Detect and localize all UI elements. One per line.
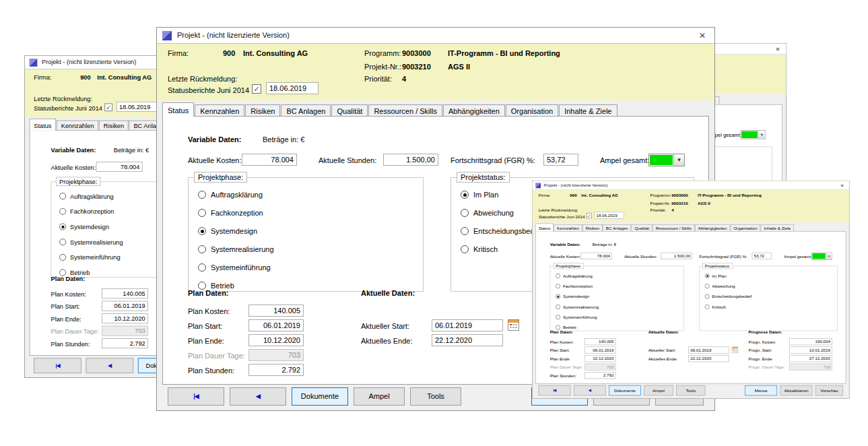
radio-auftragsklaerung[interactable]: Auftragsklärung bbox=[59, 192, 114, 200]
tab-risiken[interactable]: Risiken bbox=[99, 121, 129, 131]
radio-icon bbox=[556, 284, 560, 288]
nav-previous-button[interactable]: ◀ bbox=[230, 387, 286, 406]
aktueller-start-input[interactable]: 06.01.2019 bbox=[688, 347, 729, 354]
radio-abweichung[interactable]: Abweichung bbox=[705, 284, 735, 289]
statusberichte-checkbox[interactable]: ✓ bbox=[587, 213, 592, 218]
ampel-gesamt-select[interactable]: ▾ bbox=[811, 253, 832, 260]
radio-im-plan[interactable]: Im Plan bbox=[461, 190, 498, 199]
close-icon[interactable]: ✕ bbox=[839, 182, 846, 189]
aktuelle-stunden-input[interactable]: 1.500,00 bbox=[383, 154, 438, 166]
calendar-icon[interactable] bbox=[731, 347, 738, 354]
radio-systemdesign[interactable]: Systemdesign bbox=[59, 223, 109, 231]
statusberichte-checkbox[interactable]: ✓ bbox=[252, 84, 261, 94]
calendar-icon[interactable] bbox=[508, 319, 519, 331]
tab-organisation[interactable]: Organisation bbox=[506, 104, 558, 117]
fortschrittsgrad-input[interactable]: 53,72 bbox=[752, 253, 772, 259]
tab-inhalte-ziele[interactable]: Inhalte & Ziele bbox=[559, 104, 617, 117]
tab-qualitaet[interactable]: Qualität bbox=[331, 104, 368, 117]
aktueller-start-input[interactable]: 06.01.2019 bbox=[432, 319, 503, 331]
tools-button[interactable]: Tools bbox=[676, 385, 705, 395]
tab-kennzahlen[interactable]: Kennzahlen bbox=[57, 121, 98, 131]
radio-systemeinfuehrung[interactable]: Systemeinführung bbox=[59, 253, 120, 261]
radio-kritisch[interactable]: Kritisch bbox=[461, 245, 498, 254]
chevron-down-icon[interactable]: ▾ bbox=[826, 253, 832, 259]
radio-im-plan[interactable]: Im Plan bbox=[705, 273, 727, 278]
tab-bc-anlagen[interactable]: BC Anlagen bbox=[281, 104, 331, 117]
aktualisieren-button[interactable]: Aktualisieren bbox=[780, 385, 813, 395]
radio-abweichung[interactable]: Abweichung bbox=[461, 208, 514, 218]
nav-first-button[interactable]: |◀ bbox=[34, 358, 81, 373]
progn-kosten-input[interactable]: 190.004 bbox=[789, 338, 832, 345]
nav-previous-button[interactable]: ◀ bbox=[574, 385, 606, 395]
tab-abhaengigkeiten[interactable]: Abhängigkeiten bbox=[443, 104, 505, 117]
nav-first-button[interactable]: |◀ bbox=[539, 385, 571, 395]
nav-first-button[interactable]: |◀ bbox=[168, 387, 224, 406]
radio-systemdesign[interactable]: Systemdesign bbox=[556, 294, 589, 299]
plan-start-input[interactable]: 06.01.2019 bbox=[102, 301, 148, 311]
aktuelles-ende-input[interactable]: 22.12.2020 bbox=[432, 334, 503, 346]
plan-kosten-input[interactable]: 140.005 bbox=[248, 305, 304, 317]
aktuelles-ende-input[interactable]: 22.12.2020 bbox=[688, 355, 729, 362]
tab-status[interactable]: Status bbox=[30, 119, 57, 131]
fortschrittsgrad-input[interactable]: 53,72 bbox=[543, 154, 578, 166]
plan-stunden-input[interactable]: 2.792 bbox=[102, 338, 148, 348]
tab-status[interactable]: Status bbox=[162, 102, 194, 117]
radio-systemdesign[interactable]: Systemdesign bbox=[198, 226, 257, 236]
ampel-button[interactable]: Ampel bbox=[354, 387, 405, 406]
plan-stunden-input[interactable]: 2.792 bbox=[248, 364, 304, 376]
progn-ende-input[interactable]: 27.12.2020 bbox=[789, 355, 832, 362]
radio-entscheidungsbedarf[interactable]: Entscheidungsbedarf bbox=[705, 294, 752, 299]
progn-start-input[interactable]: 10.01.2019 bbox=[789, 347, 832, 354]
radio-entscheidungsbedarf[interactable]: Entscheidungsbedarf bbox=[461, 226, 543, 236]
plan-ende-input[interactable]: 10.12.2020 bbox=[585, 355, 616, 362]
close-icon[interactable]: ✕ bbox=[774, 45, 782, 53]
vorschau-button[interactable]: Vorschau bbox=[815, 385, 843, 395]
radio-auftragsklaerung[interactable]: Auftragsklärung bbox=[198, 190, 263, 199]
dokumente-button[interactable]: Dokumente bbox=[609, 385, 641, 395]
prioritaet-value: 4 bbox=[671, 208, 673, 212]
radio-fachkonzeption[interactable]: Fachkonzeption bbox=[198, 208, 263, 218]
statusberichte-date-input[interactable]: 18.06.2019 bbox=[266, 82, 319, 94]
radio-systemrealisierung[interactable]: Systemrealisierung bbox=[59, 238, 123, 246]
plan-start-input[interactable]: 06.01.2019 bbox=[248, 319, 304, 331]
projektstatus-groupbox: Projektstatus: Im Plan Abweichung Entsch… bbox=[699, 266, 838, 331]
plan-ende-label: Plan Ende: bbox=[51, 315, 81, 323]
nav-previous-button[interactable]: ◀ bbox=[86, 358, 134, 373]
chevron-down-icon[interactable]: ▾ bbox=[673, 154, 684, 166]
plan-ende-input[interactable]: 10.12.2020 bbox=[102, 313, 148, 323]
aktuelle-kosten-input[interactable]: 78.004 bbox=[242, 154, 297, 166]
close-icon[interactable]: ✕ bbox=[696, 30, 708, 42]
window-titlebar[interactable]: Projekt - (nicht lizenzierte Version) ✕ bbox=[533, 181, 849, 191]
radio-auftragsklaerung[interactable]: Auftragsklärung bbox=[556, 273, 593, 278]
ampel-button[interactable]: Ampel bbox=[644, 385, 673, 395]
ampel-gesamt-select[interactable]: ▾ bbox=[648, 154, 685, 166]
aktuelle-kosten-input[interactable]: 78.004 bbox=[96, 162, 143, 172]
tools-button[interactable]: Tools bbox=[410, 387, 461, 406]
radio-systemrealisierung[interactable]: Systemrealisierung bbox=[556, 304, 599, 309]
dokumente-button[interactable]: Dokumente bbox=[292, 387, 348, 406]
radio-kritisch[interactable]: Kritisch bbox=[705, 304, 726, 309]
statusberichte-date-input[interactable]: 18.06.2019 bbox=[116, 102, 161, 112]
radio-systemeinfuehrung[interactable]: Systemeinführung bbox=[556, 315, 597, 320]
statusberichte-checkbox[interactable]: ✓ bbox=[104, 103, 112, 111]
plan-kosten-input[interactable]: 140.005 bbox=[585, 338, 616, 345]
window-titlebar[interactable]: Projekt - (nicht lizenzierte Version) ✕ bbox=[157, 28, 714, 44]
menue-button[interactable]: Menue bbox=[745, 385, 777, 395]
aktuelle-stunden-input[interactable]: 1.500,00 bbox=[661, 253, 692, 259]
tab-risiken[interactable]: Risiken bbox=[245, 104, 280, 117]
tab-ressourcen-skills[interactable]: Ressourcen / Skills bbox=[368, 104, 442, 117]
plan-kosten-input[interactable]: 140.005 bbox=[102, 288, 148, 298]
plan-stunden-input[interactable]: 2.792 bbox=[585, 372, 616, 379]
radio-systemrealisierung[interactable]: Systemrealisierung bbox=[198, 245, 274, 254]
chevron-down-icon[interactable]: ▾ bbox=[758, 131, 765, 139]
radio-fachkonzeption[interactable]: Fachkonzeption bbox=[59, 208, 114, 216]
aktuelle-kosten-input[interactable]: 78.004 bbox=[580, 253, 612, 259]
tab-status[interactable]: Status bbox=[535, 224, 554, 232]
statusberichte-date-input[interactable]: 18.06.2019 bbox=[595, 212, 624, 219]
radio-fachkonzeption[interactable]: Fachkonzeption bbox=[556, 284, 593, 289]
plan-start-input[interactable]: 06.01.2019 bbox=[585, 347, 616, 354]
plan-ende-input[interactable]: 10.12.2020 bbox=[248, 334, 304, 346]
tab-kennzahlen[interactable]: Kennzahlen bbox=[195, 104, 244, 117]
ampel-gesamt-select[interactable]: ▾ bbox=[741, 130, 766, 139]
radio-systemeinfuehrung[interactable]: Systemeinführung bbox=[198, 263, 271, 272]
